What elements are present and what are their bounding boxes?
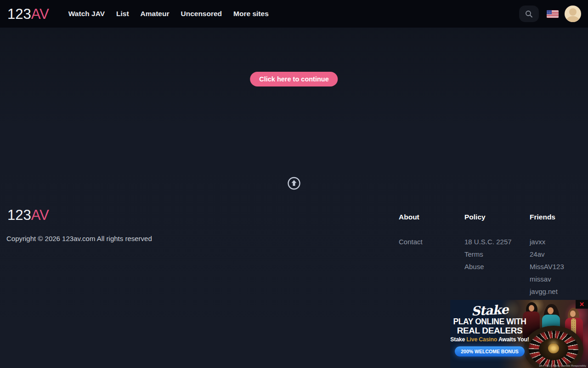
dealer-right-body — [565, 318, 583, 348]
nav-item-list[interactable]: List — [116, 10, 129, 18]
search-icon — [525, 10, 533, 18]
page: 123AV Watch JAV List Amateur Uncensored … — [0, 0, 588, 368]
site-logo[interactable]: 123AV — [7, 7, 49, 21]
scroll-top-button[interactable] — [288, 177, 301, 190]
footer-link-missav123[interactable]: MissAV123 — [530, 260, 564, 273]
logo-text-av: AV — [31, 6, 49, 22]
footer-link-terms[interactable]: Terms — [464, 248, 512, 260]
nav-item-uncensored[interactable]: Uncensored — [181, 10, 222, 18]
footer-link-contact[interactable]: Contact — [399, 236, 423, 248]
nav-item-amateur[interactable]: Amateur — [141, 10, 170, 18]
nav-item-watch-jav[interactable]: Watch JAV — [68, 10, 105, 18]
ad-banner-stake[interactable]: Stake PLAY ONLINE WITH REAL DEALERS Stak… — [450, 300, 588, 368]
ad-tagline: Stake Live Casino Awaits You! — [450, 336, 529, 343]
copyright-text: Copyright © 2026 123av.com All rights re… — [6, 235, 152, 242]
language-flag-us-icon[interactable] — [547, 10, 559, 18]
footer-column-title: Policy — [464, 213, 512, 221]
dealer-right-face — [570, 310, 576, 317]
footer-link-javgg[interactable]: javgg.net — [530, 285, 564, 298]
footer-link-24av[interactable]: 24av — [530, 248, 564, 260]
footer-logo[interactable]: 123AV — [7, 208, 49, 222]
dealer-center-body — [542, 315, 560, 348]
ad-close-button[interactable]: ✕ — [576, 300, 588, 309]
main-nav: Watch JAV List Amateur Uncensored More s… — [68, 10, 269, 18]
dealer-center-hair — [543, 304, 560, 338]
arrow-up-circle-icon — [288, 177, 301, 190]
footer-link-javxx[interactable]: javxx — [530, 236, 564, 248]
continue-button[interactable]: Click here to continue — [250, 72, 338, 86]
ad-tagline-suffix: Awaits You! — [497, 336, 529, 343]
footer-column-policy: Policy 18 U.S.C. 2257 Terms Abuse — [464, 213, 512, 273]
footer-logo-av: AV — [31, 207, 49, 223]
footer-column-friends: Friends javxx 24av MissAV123 missav javg… — [530, 213, 564, 310]
roulette-wheel — [524, 326, 583, 368]
footer-logo-123: 123 — [7, 207, 31, 223]
dealer-right-scarf — [571, 318, 576, 338]
dealer-right-hair — [568, 308, 579, 324]
navbar-right-cluster — [519, 6, 581, 22]
user-avatar[interactable] — [565, 6, 581, 22]
logo-text-123: 123 — [7, 6, 31, 22]
ad-cta-button[interactable]: 200% WELCOME BONUS — [455, 346, 524, 356]
footer-link-missav[interactable]: missav — [530, 273, 564, 285]
footer-column-title: Friends — [530, 213, 564, 221]
footer-link-2257[interactable]: 18 U.S.C. 2257 — [464, 236, 512, 248]
ad-headline-line2: REAL DEALERS — [450, 326, 529, 335]
footer-link-abuse[interactable]: Abuse — [464, 260, 512, 273]
footer-column-title: About — [399, 213, 423, 221]
dealer-left-face — [529, 305, 534, 311]
ad-text-block: Stake PLAY ONLINE WITH REAL DEALERS Stak… — [450, 300, 529, 368]
ad-fine-print: 18+, T&Cs Apply, Gamble Responsibly — [539, 364, 586, 367]
search-button[interactable] — [519, 6, 539, 22]
footer-column-about: About Contact — [399, 213, 423, 248]
dealer-center-face — [548, 307, 554, 314]
ad-tagline-prefix: Stake — [450, 336, 466, 343]
ad-tagline-highlight: Live Casino — [466, 336, 497, 343]
navbar: 123AV Watch JAV List Amateur Uncensored … — [0, 0, 588, 28]
nav-item-more-sites[interactable]: More sites — [233, 10, 269, 18]
